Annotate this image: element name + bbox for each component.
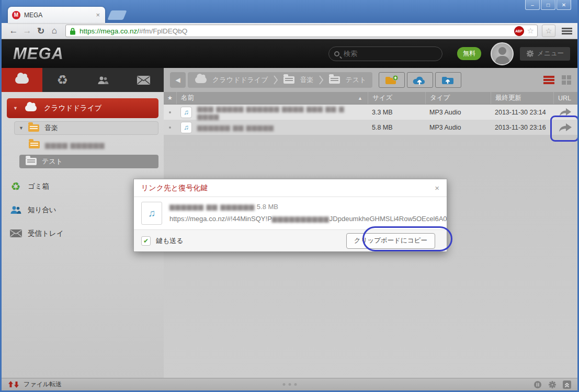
- bookmark-button[interactable]: ☆: [542, 25, 555, 37]
- folder-icon: [28, 124, 39, 132]
- back-button[interactable]: ←: [7, 26, 20, 36]
- mail-icon: [10, 229, 22, 237]
- column-modified[interactable]: 最終更新: [491, 92, 553, 104]
- transfers-label[interactable]: ファイル転送: [24, 380, 62, 389]
- cloud-icon: [25, 105, 37, 111]
- file-name-blurred: ▆▆▆▆▆▆ ▆▆ ▆▆▆▆▆: [197, 123, 274, 131]
- breadcrumb-item-test[interactable]: テスト: [329, 75, 366, 85]
- sort-asc-icon[interactable]: ▲: [358, 96, 362, 101]
- tab-rubbish-bin[interactable]: ♻: [42, 68, 83, 92]
- dialog-header: リンク先と復号化鍵 ×: [134, 179, 447, 197]
- collapse-panel-icon[interactable]: [563, 381, 571, 389]
- dialog-close-icon[interactable]: ×: [435, 183, 439, 192]
- pause-icon[interactable]: [533, 381, 542, 389]
- new-tab-button[interactable]: [107, 10, 127, 20]
- table-header: ★ 名前 ▲ サイズ タイプ 最終更新 URL: [164, 92, 577, 105]
- table-row[interactable]: ♫ ▆▆▆ ▆▆▆▆▆ ▆▆▆▆▆▆ ▆▆▆▆ ▆▆▆ ▆▆ ▆ ▆▆▆▆ 3.…: [164, 105, 577, 120]
- mail-icon: [137, 76, 150, 85]
- breadcrumb-label: 音楽: [300, 75, 313, 85]
- app-body: ♻ ▼ クラウドドライブ ▼ 音楽: [2, 68, 577, 378]
- folder-icon: [26, 158, 37, 165]
- home-button[interactable]: ⌂: [48, 26, 61, 36]
- menu-button[interactable]: メニュー: [520, 47, 570, 61]
- file-size: 3.3 MB: [372, 109, 393, 116]
- file-upload-button[interactable]: [407, 72, 433, 88]
- mega-logo[interactable]: MEGA: [13, 44, 64, 63]
- caret-down-icon[interactable]: ▼: [19, 125, 24, 131]
- folder-upload-button[interactable]: [435, 72, 461, 88]
- audio-file-icon: ♫: [180, 107, 192, 118]
- recycle-icon: ♻: [11, 181, 21, 192]
- column-size[interactable]: サイズ: [368, 92, 425, 104]
- link-prefix: https://mega.co.nz/#!44MinSQY!P: [169, 215, 272, 223]
- star-icon: ★: [167, 95, 173, 101]
- breadcrumb-back-button[interactable]: ◀: [170, 72, 186, 88]
- browser-tab[interactable]: M MEGA ×: [8, 7, 105, 23]
- search-box[interactable]: [328, 47, 442, 61]
- grid-view-toggle[interactable]: [562, 75, 571, 85]
- column-star[interactable]: ★: [164, 92, 176, 104]
- resize-handle[interactable]: [281, 383, 298, 386]
- send-key-checkbox[interactable]: ✔: [141, 236, 151, 246]
- cloud-icon: [195, 77, 207, 83]
- chrome-menu-icon[interactable]: [562, 28, 572, 34]
- star-placeholder[interactable]: [169, 126, 171, 129]
- list-view-toggle[interactable]: [543, 76, 554, 84]
- audio-file-icon: ♫: [141, 202, 162, 225]
- file-list-empty-area[interactable]: [164, 135, 577, 378]
- tab-contacts[interactable]: [83, 68, 123, 92]
- gear-icon: [526, 50, 534, 57]
- upload-folder-icon: [441, 75, 455, 85]
- sidebar-item-cloud-drive[interactable]: ▼ クラウドドライブ: [7, 98, 158, 118]
- browser-titlebar: M MEGA × – □ ✕: [2, 0, 577, 23]
- url-bar[interactable]: https://mega.co.nz/ #fm/FplDEQbQ ABP ☆: [65, 25, 538, 37]
- minimize-button[interactable]: –: [525, 0, 540, 10]
- sidebar-item-blurred-folder[interactable]: ▆▆▆▆ ▆▆▆▆▆▆: [29, 138, 158, 152]
- url-secure-part: https://mega.co.nz/: [80, 27, 139, 35]
- music-note-icon: ♫: [148, 207, 155, 219]
- transfer-controls: [527, 381, 571, 389]
- column-label: サイズ: [372, 94, 392, 102]
- table-row[interactable]: ♫ ▆▆▆▆▆▆ ▆▆ ▆▆▆▆▆ 5.8 MB MP3 Audio 2013-…: [164, 120, 577, 135]
- inbox-label: 受信トレイ: [28, 229, 63, 238]
- window-controls: – □ ✕: [524, 0, 571, 10]
- plan-badge[interactable]: 無料: [457, 47, 481, 60]
- avatar[interactable]: [491, 42, 514, 65]
- bookmark-star-icon[interactable]: ☆: [527, 26, 534, 36]
- adblock-icon[interactable]: ABP: [514, 26, 524, 36]
- tab-cloud-drive[interactable]: [2, 68, 42, 92]
- breadcrumb-label: テスト: [345, 75, 366, 85]
- view-toggles: [543, 75, 571, 85]
- breadcrumb-item-cloud-drive[interactable]: クラウドドライブ: [194, 75, 268, 85]
- music-note-icon: ♫: [184, 123, 189, 131]
- tab-close-icon[interactable]: ×: [95, 11, 101, 19]
- settings-gear-icon[interactable]: [548, 381, 557, 389]
- breadcrumb-item-music[interactable]: 音楽: [283, 75, 313, 85]
- new-folder-icon: [385, 75, 399, 85]
- star-placeholder[interactable]: [169, 111, 171, 113]
- recycle-icon: ♻: [56, 74, 68, 86]
- close-button[interactable]: ✕: [557, 0, 571, 10]
- reload-button[interactable]: ↻: [34, 26, 48, 37]
- mega-header: MEGA 無料 メニュー: [2, 39, 577, 68]
- tab-inbox[interactable]: [123, 68, 164, 92]
- dialog-title: リンク先と復号化鍵: [141, 183, 208, 193]
- send-key-label: 鍵も送る: [156, 236, 184, 246]
- file-size: 5.8 MB: [372, 124, 393, 131]
- column-name[interactable]: 名前 ▲: [176, 92, 368, 104]
- column-type[interactable]: タイプ: [425, 92, 491, 104]
- dialog-body: ♫ ▆▆▆▆▆▆ ▆▆ ▆▆▆▆▆▆ 5.8 MB https://mega.c…: [134, 197, 447, 229]
- caret-down-icon[interactable]: ▼: [13, 106, 18, 111]
- file-toolbar: [379, 72, 463, 88]
- maximize-button[interactable]: □: [541, 0, 555, 10]
- search-input[interactable]: [344, 50, 422, 57]
- sidebar-item-test[interactable]: テスト: [19, 155, 158, 168]
- forward-button[interactable]: →: [20, 26, 34, 36]
- sidebar-item-music[interactable]: ▼ 音楽: [14, 121, 158, 135]
- new-folder-button[interactable]: [379, 72, 405, 88]
- browser-toolbar: ← → ↻ ⌂ https://mega.co.nz/ #fm/FplDEQbQ…: [2, 23, 577, 39]
- share-link[interactable]: https://mega.co.nz/#!44MinSQY!P▆▆▆▆▆▆▆▆▆…: [169, 215, 439, 223]
- menu-label: メニュー: [537, 49, 564, 58]
- folder-icon: [29, 141, 40, 148]
- column-url[interactable]: URL: [553, 92, 577, 104]
